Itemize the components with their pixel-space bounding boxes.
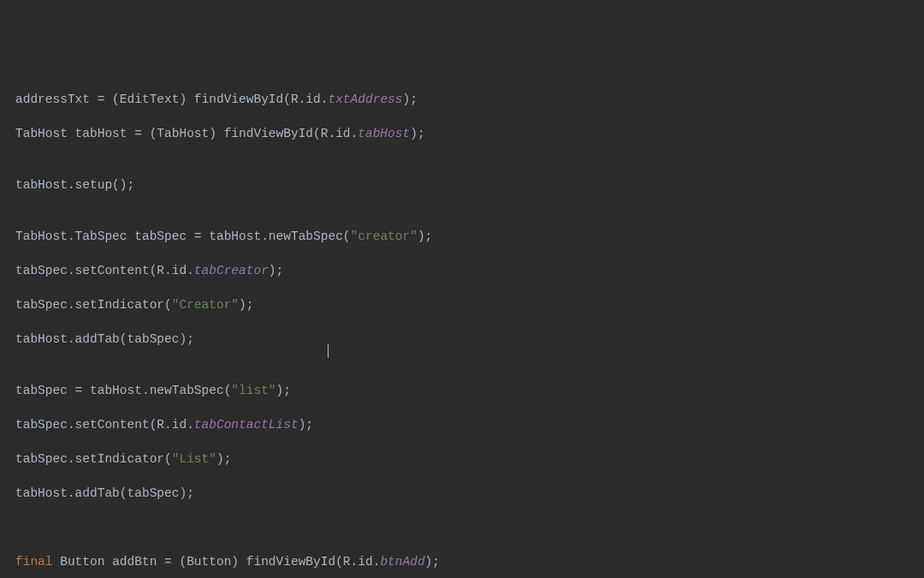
code-line: tabSpec.setContent(R.id.tabContactList); — [15, 416, 924, 433]
code-line: addressTxt = (EditText) findViewById(R.i… — [15, 91, 924, 108]
code-line: final Button addBtn = (Button) findViewB… — [15, 553, 924, 570]
code-editor[interactable]: addressTxt = (EditText) findViewById(R.i… — [15, 74, 924, 578]
code-line: tabSpec.setIndicator("Creator"); — [15, 296, 924, 313]
code-line: tabSpec.setContent(R.id.tabCreator); — [15, 262, 924, 279]
code-line: tabHost.setup(); — [15, 176, 924, 194]
code-line: tabHost.addTab(tabSpec); — [15, 485, 924, 502]
code-line: tabSpec = tabHost.newTabSpec("list"); — [15, 382, 924, 399]
code-line: tabSpec.setIndicator("List"); — [15, 450, 924, 468]
code-line: TabHost tabHost = (TabHost) findViewById… — [15, 125, 924, 142]
code-line: tabHost.addTab(tabSpec); — [15, 331, 924, 348]
code-line: TabHost.TabSpec tabSpec = tabHost.newTab… — [15, 228, 924, 245]
